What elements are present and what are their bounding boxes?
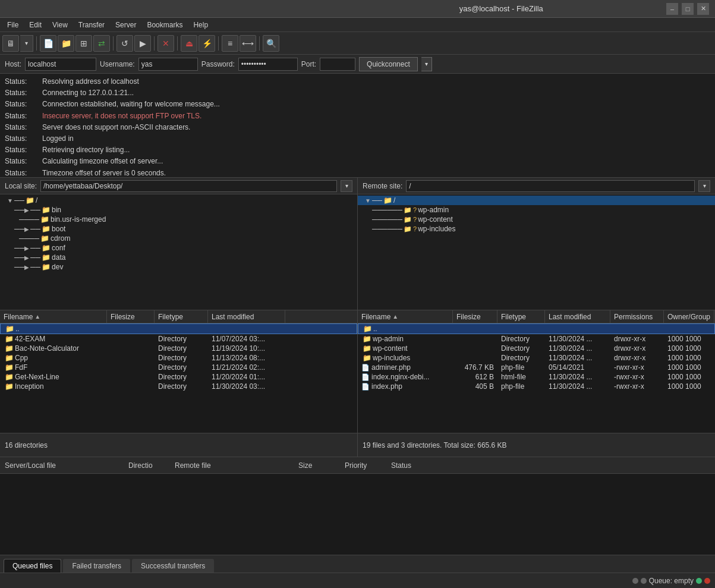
- status-line: Status: Logged in: [5, 133, 710, 144]
- local-file-row-cpp[interactable]: 📁Cpp Directory 11/13/2024 08:...: [0, 353, 357, 363]
- close-button[interactable]: ✕: [697, 3, 709, 15]
- maximize-button[interactable]: □: [682, 3, 694, 15]
- reconnect-button[interactable]: ⚡: [199, 35, 215, 52]
- menu-transfer[interactable]: Transfer: [74, 20, 109, 30]
- local-file-row-bac[interactable]: 📁Bac-Note-Calculator Directory 11/19/202…: [0, 344, 357, 353]
- status-line: Status: Connecting to 127.0.0.1:21...: [5, 87, 710, 99]
- local-file-row-fdf[interactable]: 📁FdF Directory 11/21/2024 02:...: [0, 363, 357, 372]
- site-manager-dropdown[interactable]: ▾: [20, 35, 33, 52]
- minimize-button[interactable]: –: [666, 3, 678, 15]
- tab-failed-transfers[interactable]: Failed transfers: [63, 559, 130, 573]
- queue-col-priority: Priority: [345, 461, 386, 470]
- local-status: 16 directories: [0, 433, 358, 457]
- local-tree-item-boot[interactable]: ── ▶ ── 📁 boot: [0, 224, 357, 234]
- queue-status: Queue: empty: [649, 577, 694, 585]
- password-label: Password:: [201, 60, 235, 68]
- remote-file-headers: Filename ▲ Filesize Filetype Last modifi…: [358, 310, 715, 323]
- remote-file-row-wpcontent[interactable]: 📁wp-content Directory 11/30/2024 ... drw…: [358, 344, 715, 353]
- remote-col-modified[interactable]: Last modified: [545, 310, 610, 323]
- app-title: yas@localhost - FileZilla: [336, 4, 667, 13]
- menu-bookmarks[interactable]: Bookmarks: [142, 20, 187, 30]
- local-file-row-inception[interactable]: 📁Inception Directory 11/30/2024 03:...: [0, 382, 357, 391]
- local-site-bar: Local site: ▾: [0, 178, 358, 194]
- compare-button[interactable]: ≡: [222, 35, 238, 52]
- local-tree-item-dev[interactable]: ── ▶ ── 📁 dev: [0, 262, 357, 272]
- remote-file-row-wpadmin[interactable]: 📁wp-admin Directory 11/30/2024 ... drwxr…: [358, 334, 715, 344]
- username-input[interactable]: [138, 58, 198, 71]
- local-tree: ▼ ── 📁 / ── ▶ ── 📁 bin ── ── 📁 bin.usr-i…: [0, 194, 358, 310]
- host-input[interactable]: [25, 58, 96, 71]
- remote-path-dropdown[interactable]: ▾: [698, 180, 710, 192]
- tab-queued-files[interactable]: Queued files: [4, 559, 61, 573]
- footer-status: Queue: empty: [632, 577, 710, 585]
- cancel-button[interactable]: ✕: [158, 35, 174, 52]
- port-label: Port:: [301, 60, 316, 68]
- status-dot-red: [704, 578, 710, 584]
- remote-col-filetype[interactable]: Filetype: [497, 310, 545, 323]
- toolbar: 🖥 ▾ 📄 📁 ⊞ ⇄ ↺ ▶ ✕ ⏏ ⚡ ≡ ⟷ 🔍: [0, 32, 715, 55]
- remote-col-filename[interactable]: Filename ▲: [358, 310, 453, 323]
- remote-path-input[interactable]: [406, 180, 695, 192]
- local-file-row-parent[interactable]: 📁..: [0, 323, 357, 334]
- remote-col-permissions[interactable]: Permissions: [610, 310, 664, 323]
- remote-tree-item-root[interactable]: ▼ ── 📁 /: [358, 196, 715, 205]
- local-tree-item-root[interactable]: ▼ ── 📁 /: [0, 196, 357, 205]
- quickconnect-button[interactable]: Quickconnect: [359, 57, 418, 71]
- local-col-modified[interactable]: Last modified: [208, 310, 285, 323]
- menu-bar: File Edit View Transfer Server Bookmarks…: [0, 18, 715, 32]
- refresh-button[interactable]: ↺: [116, 35, 133, 52]
- local-col-filesize[interactable]: Filesize: [107, 310, 155, 323]
- remote-tree-item-wpcontent[interactable]: ── ── ── 📁 ? wp-content: [358, 215, 715, 224]
- status-line: Status: Calculating timezone offset of s…: [5, 156, 710, 167]
- local-path-input[interactable]: [40, 180, 337, 192]
- port-input[interactable]: [320, 58, 355, 71]
- remote-file-row-adminer[interactable]: 📄adminer.php 476.7 KB php-file 05/14/202…: [358, 363, 715, 372]
- local-col-filetype[interactable]: Filetype: [155, 310, 208, 323]
- remote-site-label: Remote site:: [363, 182, 402, 190]
- quickconnect-dropdown[interactable]: ▾: [421, 57, 432, 71]
- connection-indicator-2: [641, 578, 647, 584]
- menu-edit[interactable]: Edit: [24, 20, 46, 30]
- remote-tree: ▼ ── 📁 / ── ── ── 📁 ? wp-admin ── ── ── …: [358, 194, 715, 310]
- file-lists: 📁.. 📁42-EXAM Directory 11/07/2024 03:...…: [0, 323, 715, 433]
- menu-file[interactable]: File: [2, 20, 23, 30]
- tab-successful-transfers[interactable]: Successful transfers: [132, 559, 214, 573]
- local-tree-item-cdrom[interactable]: ── ── 📁 cdrom: [0, 234, 357, 243]
- local-col-filename[interactable]: Filename ▲: [0, 310, 107, 323]
- remote-file-row-indexnginx[interactable]: 📄index.nginx-debi... 612 B html-file 11/…: [358, 372, 715, 382]
- remote-status: 19 files and 3 directories. Total size: …: [358, 433, 715, 457]
- menu-help[interactable]: Help: [188, 20, 213, 30]
- menu-view[interactable]: View: [48, 20, 73, 30]
- remote-file-row-parent[interactable]: 📁..: [358, 323, 715, 334]
- disconnect-button[interactable]: ⏏: [181, 35, 197, 52]
- local-file-row-42exam[interactable]: 📁42-EXAM Directory 11/07/2024 03:...: [0, 334, 357, 344]
- site-manager-button[interactable]: 🖥: [2, 35, 19, 52]
- local-tree-item-bin-merged[interactable]: ── ── 📁 bin.usr-is-merged: [0, 215, 357, 224]
- remote-file-row-wpincludes[interactable]: 📁wp-includes Directory 11/30/2024 ... dr…: [358, 353, 715, 363]
- status-line: Status: Server does not support non-ASCI…: [5, 122, 710, 133]
- local-tree-item-bin[interactable]: ── ▶ ── 📁 bin: [0, 205, 357, 215]
- password-input[interactable]: [238, 58, 298, 71]
- local-tree-item-conf[interactable]: ── ▶ ── 📁 conf: [0, 243, 357, 253]
- queue-header: Server/Local file Directio Remote file S…: [0, 457, 715, 474]
- remote-site-bar: Remote site: ▾: [358, 178, 715, 194]
- remote-tree-item-wpadmin[interactable]: ── ── ── 📁 ? wp-admin: [358, 205, 715, 215]
- transfer-button[interactable]: ⇄: [93, 35, 110, 52]
- remote-col-filesize[interactable]: Filesize: [453, 310, 497, 323]
- remote-file-row-indexphp[interactable]: 📄index.php 405 B php-file 11/30/2024 ...…: [358, 382, 715, 391]
- footer: Queue: empty: [0, 573, 715, 588]
- local-path-dropdown[interactable]: ▾: [341, 180, 352, 192]
- local-tree-item-data[interactable]: ── ▶ ── 📁 data: [0, 253, 357, 262]
- transfer-queue: [0, 474, 715, 555]
- remote-col-owner[interactable]: Owner/Group: [664, 310, 714, 323]
- show-hidden-button[interactable]: ⊞: [75, 35, 92, 52]
- sync-browse-button[interactable]: ⟷: [240, 35, 256, 52]
- search-button[interactable]: 🔍: [263, 35, 279, 52]
- menu-server[interactable]: Server: [111, 20, 141, 30]
- new-folder-button[interactable]: 📁: [58, 35, 74, 52]
- process-queue-button[interactable]: ▶: [134, 35, 151, 52]
- new-file-button[interactable]: 📄: [40, 35, 56, 52]
- status-dot-green: [696, 578, 702, 584]
- remote-tree-item-wpincludes[interactable]: ── ── ── 📁 ? wp-includes: [358, 224, 715, 234]
- local-file-row-gnl[interactable]: 📁Get-Next-Line Directory 11/20/2024 01:.…: [0, 372, 357, 382]
